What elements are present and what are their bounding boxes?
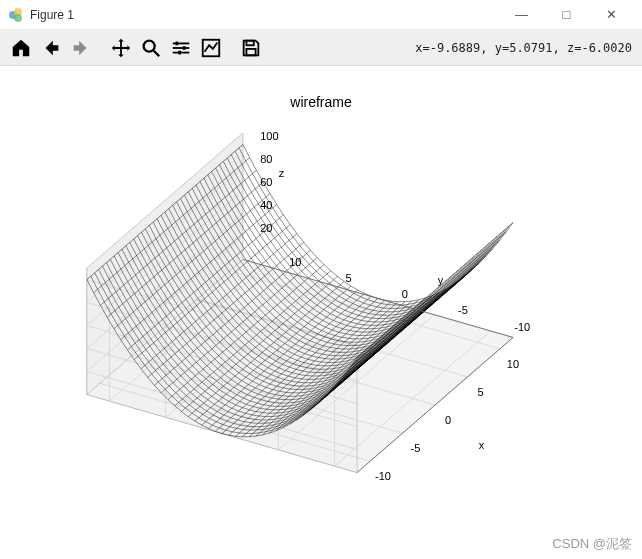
svg-text:40: 40	[260, 199, 272, 211]
svg-line-1557	[244, 196, 248, 199]
svg-line-4	[154, 50, 160, 56]
svg-line-3234	[282, 231, 289, 240]
svg-line-1401	[286, 225, 290, 228]
svg-rect-12	[246, 40, 253, 45]
svg-line-3233	[289, 240, 296, 249]
svg-rect-13	[246, 48, 255, 54]
svg-line-1120	[330, 280, 334, 283]
svg-text:0: 0	[445, 414, 451, 426]
svg-line-3273	[293, 237, 300, 246]
svg-line-3282	[506, 222, 513, 231]
svg-line-3268	[327, 274, 334, 280]
svg-line-3228	[323, 277, 330, 283]
svg-line-1121	[334, 276, 338, 279]
save-button[interactable]	[236, 33, 266, 63]
svg-line-3310	[317, 258, 324, 265]
svg-line-3274	[286, 228, 293, 237]
svg-line-3242	[502, 226, 509, 235]
svg-line-1560	[255, 186, 259, 189]
svg-line-1353	[262, 261, 266, 264]
svg-line-1355	[270, 254, 274, 257]
maximize-button[interactable]: □	[544, 0, 589, 29]
svg-line-3269	[320, 268, 327, 274]
svg-line-3154	[275, 238, 282, 247]
svg-line-3321	[243, 144, 250, 157]
svg-text:y: y	[438, 274, 444, 286]
svg-line-1476	[253, 221, 257, 224]
chart-line-icon	[200, 37, 222, 59]
forward-button[interactable]	[66, 33, 96, 63]
back-button[interactable]	[36, 33, 66, 63]
svg-line-3311	[310, 250, 317, 257]
svg-line-3114	[271, 241, 278, 250]
svg-rect-10	[178, 50, 181, 54]
svg-line-1199	[312, 271, 316, 274]
svg-line-1360	[289, 237, 293, 240]
window-title: Figure 1	[30, 8, 74, 22]
edit-button[interactable]	[196, 33, 226, 63]
svg-line-1320	[296, 246, 300, 249]
svg-line-3229	[316, 271, 323, 277]
svg-line-3074	[267, 245, 274, 254]
svg-line-3076	[253, 225, 260, 235]
svg-line-1081	[340, 282, 344, 285]
svg-line-3236	[269, 211, 276, 221]
svg-line-3231	[303, 257, 310, 264]
svg-line-1200	[316, 268, 320, 271]
svg-line-2954	[255, 255, 262, 264]
svg-line-1316	[280, 259, 284, 262]
close-button[interactable]: ✕	[589, 0, 634, 29]
svg-text:5: 5	[477, 386, 483, 398]
watermark: CSDN @泥签	[552, 535, 632, 553]
svg-line-3313	[297, 234, 304, 243]
zoom-button[interactable]	[136, 33, 166, 63]
svg-line-2915	[244, 249, 251, 259]
svg-line-1357	[277, 247, 281, 250]
svg-line-3314	[290, 225, 297, 234]
svg-line-3190	[306, 268, 313, 275]
save-icon	[240, 37, 262, 59]
svg-text:0: 0	[402, 288, 408, 300]
svg-line-3299	[392, 301, 399, 302]
svg-line-1160	[323, 274, 327, 277]
plot-area[interactable]: wireframe -10-50510-10-5051020406080100x…	[0, 66, 642, 559]
svg-line-3037	[243, 217, 250, 228]
svg-line-3315	[283, 215, 290, 225]
home-button[interactable]	[6, 33, 36, 63]
svg-line-3158	[248, 196, 255, 207]
toolbar: x=-9.6889, y=5.0791, z=-6.0020	[0, 30, 642, 66]
svg-rect-6	[176, 41, 179, 45]
svg-line-3297	[405, 301, 412, 302]
svg-text:-5: -5	[458, 304, 468, 316]
svg-line-3198	[251, 192, 258, 203]
zoom-icon	[140, 37, 162, 59]
configure-button[interactable]	[166, 33, 196, 63]
svg-line-1354	[266, 257, 270, 260]
minimize-button[interactable]: —	[499, 0, 544, 29]
svg-text:-10: -10	[514, 321, 530, 333]
svg-line-1161	[327, 271, 331, 274]
svg-line-1392	[251, 255, 255, 258]
svg-line-1201	[320, 264, 324, 267]
svg-text:10: 10	[507, 358, 519, 370]
svg-line-2994	[259, 252, 266, 261]
svg-line-1361	[293, 234, 297, 237]
svg-line-3035	[256, 238, 263, 248]
svg-line-3077	[247, 214, 254, 225]
pan-button[interactable]	[106, 33, 136, 63]
svg-line-1239	[306, 264, 310, 267]
home-icon	[10, 37, 32, 59]
svg-line-3194	[278, 235, 285, 244]
svg-line-1559	[251, 189, 255, 192]
svg-text:60: 60	[260, 176, 272, 188]
svg-line-1435	[256, 235, 260, 238]
svg-line-1518	[254, 204, 258, 207]
svg-line-1359	[285, 240, 289, 243]
svg-line-3072	[280, 262, 287, 270]
svg-line-1276	[287, 267, 291, 270]
svg-text:100: 100	[260, 130, 278, 142]
svg-line-1198	[308, 275, 312, 278]
svg-line-1317	[284, 256, 288, 259]
svg-line-1319	[292, 249, 296, 252]
svg-line-1237	[298, 271, 302, 274]
